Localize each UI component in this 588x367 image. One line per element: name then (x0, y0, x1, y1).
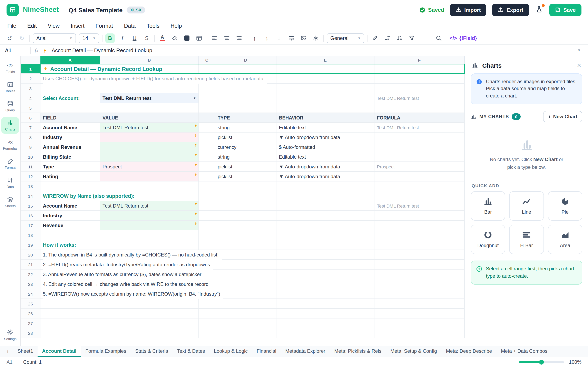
cell-B25[interactable] (100, 299, 199, 309)
cell-D23[interactable] (215, 279, 277, 289)
cell-F3[interactable] (374, 83, 465, 93)
cell-reference-box[interactable]: A1 (5, 48, 26, 53)
row-header-18[interactable]: 18 (21, 230, 40, 240)
cell-E9[interactable]: $ Auto-formatted (277, 142, 374, 152)
quick-add-area[interactable]: Area (548, 225, 582, 254)
cell-F17[interactable] (374, 221, 465, 230)
format-painter-button[interactable] (370, 33, 380, 43)
cell-A25[interactable] (40, 299, 100, 309)
cell-D8[interactable]: picklist (215, 133, 277, 142)
filter-button[interactable] (407, 33, 416, 43)
rail-item-charts[interactable]: Charts (1, 117, 19, 134)
sheet-tab-metadata-explorer[interactable]: Metadata Explorer (281, 346, 330, 357)
row-header-12[interactable]: 12 (21, 172, 40, 182)
cell-B19[interactable] (100, 240, 199, 250)
align-right-button[interactable] (234, 33, 244, 43)
labs-button[interactable] (535, 5, 543, 15)
cell-B9[interactable] (100, 142, 199, 152)
rail-item-formulas[interactable]: √xFormulas (1, 136, 19, 153)
cell-B3[interactable] (100, 83, 199, 93)
menu-help[interactable]: Help (171, 23, 182, 29)
cell-E18[interactable] (277, 230, 374, 240)
wrap-text-button[interactable] (287, 33, 296, 43)
cell-C6[interactable] (199, 113, 215, 123)
cell-F27[interactable] (374, 318, 465, 328)
fill-color-button[interactable] (170, 33, 179, 43)
import-button[interactable]: Import (450, 3, 486, 16)
column-header-D[interactable]: D (215, 56, 277, 64)
cell-D14[interactable] (215, 191, 277, 201)
cell-F23[interactable] (374, 279, 465, 289)
cell-C1[interactable] (199, 64, 215, 74)
cell-F21[interactable] (374, 260, 465, 269)
close-panel-icon[interactable]: × (576, 62, 582, 69)
column-header-A[interactable]: A (40, 56, 100, 64)
quick-add-h-bar[interactable]: H-Bar (509, 225, 544, 254)
grid-corner[interactable] (21, 56, 40, 64)
cell-D9[interactable]: currency (215, 142, 277, 152)
cell-D3[interactable] (215, 83, 277, 93)
sheet-tab-account-detail[interactable]: Account Detail (38, 346, 81, 357)
cell-B17[interactable] (100, 221, 199, 230)
cell-F26[interactable] (374, 309, 465, 318)
cell-C19[interactable] (199, 240, 215, 250)
rail-item-sheets[interactable]: Sheets (1, 194, 19, 210)
cell-A11[interactable]: Type (40, 162, 100, 172)
menu-data[interactable]: Data (124, 23, 136, 29)
cell-D21[interactable] (215, 260, 277, 269)
row-header-5[interactable]: 5 (21, 103, 40, 113)
cell-A6[interactable]: FIELD (40, 113, 100, 123)
cell-E11[interactable]: ▼ Auto-dropdown from data (277, 162, 374, 172)
redo-button[interactable]: ↻ (17, 33, 26, 43)
cell-F15[interactable]: Test DML Return test (374, 201, 465, 211)
cell-D4[interactable] (215, 93, 277, 103)
cell-D1[interactable] (215, 64, 277, 74)
cell-D15[interactable] (215, 201, 277, 211)
number-format-select[interactable]: General▼ (327, 33, 364, 43)
sheet-tab-meta-deep-describe[interactable]: Meta: Deep Describe (441, 346, 496, 357)
align-bottom-button[interactable]: ↓ (274, 33, 284, 43)
cell-E6[interactable]: BEHAVIOR (277, 113, 374, 123)
cell-D17[interactable] (215, 221, 277, 230)
row-header-8[interactable]: 8 (21, 133, 40, 142)
font-size-select[interactable]: 14▼ (79, 33, 99, 43)
cell-E26[interactable] (277, 309, 374, 318)
row-header-3[interactable]: 3 (21, 83, 40, 93)
cell-E27[interactable] (277, 318, 374, 328)
cell-C26[interactable] (199, 309, 215, 318)
cell-F24[interactable] (374, 289, 465, 299)
row-header-14[interactable]: 14 (21, 191, 40, 201)
cell-D5[interactable] (215, 103, 277, 113)
cell-E15[interactable] (277, 201, 374, 211)
insert-image-button[interactable] (299, 33, 308, 43)
cell-E25[interactable] (277, 299, 374, 309)
cell-B18[interactable] (100, 230, 199, 240)
formula-expand-icon[interactable]: ▼ (577, 49, 583, 52)
cell-F12[interactable] (374, 172, 465, 182)
text-color-button[interactable]: A (158, 33, 167, 43)
cell-F6[interactable]: FORMULA (374, 113, 465, 123)
row-header-27[interactable]: 27 (21, 318, 40, 328)
cell-E28[interactable] (277, 328, 374, 338)
cell-C14[interactable] (199, 191, 215, 201)
menu-insert[interactable]: Insert (71, 23, 85, 29)
save-button[interactable]: Save (549, 3, 581, 16)
cell-E8[interactable]: ▼ Auto-dropdown from data (277, 133, 374, 142)
row-header-28[interactable]: 28 (21, 328, 40, 338)
cell-A3[interactable] (40, 83, 100, 93)
freeze-button[interactable] (311, 33, 320, 43)
cell-B8[interactable] (100, 133, 199, 142)
cell-D19[interactable] (215, 240, 277, 250)
row-header-16[interactable]: 16 (21, 211, 40, 221)
cell-F14[interactable] (374, 191, 465, 201)
row-header-2[interactable]: 2 (21, 74, 40, 83)
cell-C27[interactable] (199, 318, 215, 328)
cell-F9[interactable] (374, 142, 465, 152)
cell-D11[interactable]: picklist (215, 162, 277, 172)
column-header-E[interactable]: E (277, 56, 374, 64)
sheet-tab-sheet1[interactable]: Sheet1 (13, 346, 38, 357)
row-header-11[interactable]: 11 (21, 162, 40, 172)
cell-E3[interactable] (277, 83, 374, 93)
cell-F2[interactable] (374, 74, 465, 83)
cell-E24[interactable] (277, 289, 374, 299)
